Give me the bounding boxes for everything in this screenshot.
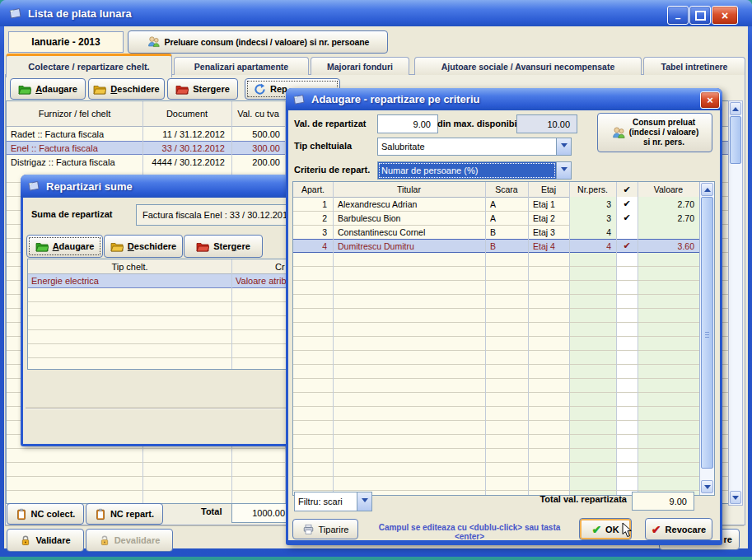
padlock-icon bbox=[99, 534, 110, 547]
max-disponibil-label: din max. disponibil bbox=[437, 119, 520, 128]
tab-colectare-label: Colectare / repartizare chelt. bbox=[28, 62, 149, 72]
apart-row-selected[interactable]: 4 Dumitrescu Dumitru B Etaj 4 4 ✔ 3.60 bbox=[293, 239, 714, 253]
nc-repart-button[interactable]: NC repart. bbox=[86, 503, 163, 525]
val-repartizat-label: Val. de repartizat bbox=[294, 119, 366, 128]
period-field[interactable]: Ianuarie - 2013 bbox=[8, 31, 124, 53]
main-scrollbar[interactable] bbox=[728, 100, 743, 506]
nc-colect-button[interactable]: NC colect. bbox=[7, 503, 84, 525]
scroll-thumb[interactable] bbox=[730, 116, 741, 164]
rep-adaugare-button[interactable]: Adaugare bbox=[26, 235, 103, 258]
tab-tabel-intretinere[interactable]: Tabel intretinere bbox=[643, 57, 745, 75]
stergere-label: Stergere bbox=[193, 84, 230, 94]
people-icon bbox=[611, 126, 626, 140]
adaugare-button[interactable]: Adaugare bbox=[10, 78, 86, 100]
col-document: Document bbox=[142, 101, 231, 126]
scroll-up-button[interactable] bbox=[701, 183, 713, 196]
tiparire-button[interactable]: Tiparire bbox=[292, 519, 358, 539]
stergere-button[interactable]: Stergere bbox=[167, 78, 238, 100]
col-valoare: Valoare bbox=[638, 182, 699, 197]
note-icon bbox=[292, 94, 306, 105]
max-disponibil-value: 10.00 bbox=[547, 119, 570, 129]
padlock-icon bbox=[20, 534, 31, 547]
refresh-icon bbox=[254, 83, 266, 96]
maximize-button[interactable] bbox=[689, 6, 711, 25]
preluare-consum-label: Preluare consum (indecsi / valoare) si n… bbox=[165, 37, 370, 47]
printer-icon bbox=[302, 524, 315, 535]
deschidere-label: Deschidere bbox=[110, 84, 159, 94]
tab-majorari[interactable]: Majorari fonduri bbox=[311, 57, 409, 75]
tab-penalizari[interactable]: Penalizari apartamente bbox=[174, 57, 309, 75]
chevron-down-icon[interactable] bbox=[556, 138, 571, 155]
ok-label: OK bbox=[605, 525, 619, 534]
consum-preluat-label: Consum preluat(indecsi / valoare)si nr. … bbox=[629, 118, 698, 147]
apart-row[interactable]: 1 Alexandrescu Adrian A Etaj 1 3 ✔ 2.70 bbox=[293, 197, 714, 212]
green-check-icon: ✔ bbox=[591, 523, 601, 536]
main-window-title: Lista de plata lunara bbox=[28, 7, 132, 20]
revocare-button[interactable]: ✔ Revocare bbox=[645, 518, 712, 540]
scroll-down-button[interactable] bbox=[730, 491, 741, 504]
people-icon bbox=[147, 35, 161, 49]
val-repartizat-input[interactable]: 9.00 bbox=[377, 114, 438, 133]
minimize-button[interactable]: – bbox=[667, 6, 689, 25]
tab-ajutoare-label: Ajutoare sociale / Avansuri necompensate bbox=[441, 62, 614, 72]
close-button[interactable]: × bbox=[712, 6, 738, 25]
repartizari-title: Repartizari sume bbox=[46, 180, 133, 193]
total-field: 1000.00 bbox=[231, 503, 292, 523]
main-titlebar: Lista de plata lunara bbox=[0, 0, 752, 26]
suma-value: Factura fiscala Enel : 33 / 30.12.2012 bbox=[142, 210, 292, 220]
note-icon bbox=[27, 180, 40, 192]
period-value: Ianuarie - 2013 bbox=[31, 36, 100, 48]
dialog-title: Adaugare - repartizare pe criteriu bbox=[311, 93, 479, 105]
validare-label: Validare bbox=[35, 535, 70, 545]
scroll-down-button[interactable] bbox=[701, 480, 713, 493]
rep-deschidere-button[interactable]: Deschidere bbox=[104, 235, 183, 258]
chevron-down-icon[interactable] bbox=[556, 162, 571, 179]
filtru-dropdown[interactable]: Filtru: scari bbox=[294, 492, 372, 511]
devalidare-button[interactable]: Devalidare bbox=[86, 529, 173, 552]
tab-penalizari-label: Penalizari apartamente bbox=[194, 62, 288, 72]
nc-colect-label: NC colect. bbox=[31, 509, 76, 519]
note-icon bbox=[8, 7, 22, 20]
chevron-down-icon[interactable] bbox=[357, 492, 371, 511]
col-etaj: Etaj bbox=[528, 182, 569, 197]
ok-button[interactable]: ✔ OK bbox=[579, 518, 632, 540]
apartamente-header: Apart. Titular Scara Etaj Nr.pers. ✔ Val… bbox=[293, 182, 714, 198]
apart-row[interactable]: 3 Constantinescu Cornel B Etaj 3 4 bbox=[293, 225, 714, 240]
deschidere-button[interactable]: Deschidere bbox=[88, 78, 165, 100]
total-repartizata-value: 9.00 bbox=[670, 497, 687, 506]
folder-red-icon bbox=[196, 241, 209, 252]
apart-row[interactable]: 2 Barbulescu Bion A Etaj 2 3 ✔ 2.70 bbox=[293, 211, 714, 226]
scroll-thumb[interactable] bbox=[701, 197, 713, 469]
rep-stergere-button[interactable]: Stergere bbox=[184, 235, 263, 258]
dialog-close-button[interactable]: × bbox=[700, 91, 720, 109]
apartamente-table: Apart. Titular Scara Etaj Nr.pers. ✔ Val… bbox=[292, 181, 715, 496]
chevron-up-icon bbox=[732, 104, 739, 111]
preluare-consum-button[interactable]: Preluare consum (indecsi / valoare) si n… bbox=[128, 30, 388, 54]
empty-rows bbox=[293, 253, 714, 495]
tab-ajutoare[interactable]: Ajutoare sociale / Avansuri necompensate bbox=[414, 57, 642, 75]
criteriu-value: Numar de persoane (%) bbox=[378, 162, 556, 179]
criteriu-label: Criteriu de repart. bbox=[294, 165, 370, 175]
edit-hint: Campul se editeaza cu <dublu-click> sau … bbox=[364, 523, 575, 541]
rep-adaugare-label: Adaugare bbox=[53, 241, 95, 251]
scroll-up-button[interactable] bbox=[730, 102, 741, 115]
val-repartizat-value: 9.00 bbox=[413, 119, 431, 129]
close-icon: × bbox=[722, 9, 728, 22]
criteriu-dropdown[interactable]: Numar de persoane (%) bbox=[377, 161, 572, 180]
suma-label: Suma de repartizat bbox=[31, 209, 112, 219]
adaugare-label: Adaugare bbox=[35, 84, 77, 94]
nc-repart-label: NC repart. bbox=[110, 509, 154, 519]
filtru-value: Filtru: scari bbox=[295, 497, 357, 506]
validare-button[interactable]: Validare bbox=[7, 529, 84, 552]
partial-button-label: re bbox=[724, 534, 732, 544]
consum-preluat-button[interactable]: Consum preluat(indecsi / valoare)si nr. … bbox=[597, 113, 712, 152]
dialog-table-scrollbar[interactable] bbox=[699, 182, 714, 495]
col-nrpers: Nr.pers. bbox=[569, 182, 616, 197]
tip-cheltuiala-value: Salubritate bbox=[378, 142, 556, 152]
desktop: Lista de plata lunara – × Ianuarie - 201… bbox=[0, 0, 752, 560]
tip-cheltuiala-dropdown[interactable]: Salubritate bbox=[377, 138, 572, 156]
tab-colectare[interactable]: Colectare / repartizare chelt. bbox=[6, 54, 172, 77]
minimize-icon: – bbox=[675, 12, 681, 24]
total-value: 1000.00 bbox=[252, 508, 285, 518]
folder-green-icon bbox=[35, 241, 49, 252]
